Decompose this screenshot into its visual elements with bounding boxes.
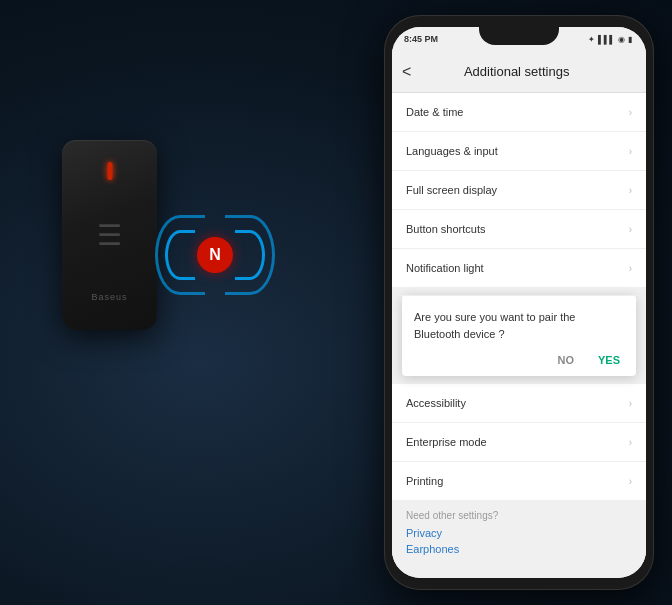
menu-item-accessibility-label: Accessibility (406, 397, 466, 409)
menu-item-notification-label: Notification light (406, 262, 484, 274)
menu-item-shortcuts[interactable]: Button shortcuts › (392, 210, 646, 249)
back-button[interactable]: < (402, 63, 411, 81)
chevron-shortcuts: › (629, 224, 632, 235)
phone-screen: 8:45 PM ✦ ▌▌▌ ◉ ▮ < Additional settings … (392, 27, 646, 578)
settings-title: Additional settings (419, 64, 614, 79)
footer-heading: Need other settings? (406, 510, 632, 521)
footer-privacy-link[interactable]: Privacy (406, 527, 632, 539)
status-time: 8:45 PM (404, 34, 438, 44)
chevron-fullscreen: › (629, 185, 632, 196)
menu-item-printing[interactable]: Printing › (392, 462, 646, 500)
nfc-device: ☰ Baseus (62, 140, 157, 330)
chevron-notification: › (629, 263, 632, 274)
status-icons: ✦ ▌▌▌ ◉ ▮ (588, 35, 632, 44)
menu-item-date[interactable]: Date & time › (392, 93, 646, 132)
device-led (107, 162, 112, 180)
dialog-message: Are you sure you want to pair the Blueto… (414, 309, 624, 342)
menu-item-date-label: Date & time (406, 106, 463, 118)
menu-list-bottom: Accessibility › Enterprise mode › Printi… (392, 384, 646, 500)
menu-item-language[interactable]: Languages & input › (392, 132, 646, 171)
menu-item-printing-label: Printing (406, 475, 443, 487)
wave-left-inner (165, 230, 195, 280)
bluetooth-icon: ✦ (588, 35, 595, 44)
menu-item-fullscreen-label: Full screen display (406, 184, 497, 196)
chevron-enterprise: › (629, 437, 632, 448)
wave-right-outer (225, 215, 275, 295)
menu-item-notification[interactable]: Notification light › (392, 249, 646, 287)
battery-icon: ▮ (628, 35, 632, 44)
signal-icon: ▌▌▌ (598, 35, 615, 44)
chevron-accessibility: › (629, 398, 632, 409)
dialog-no-button[interactable]: NO (553, 352, 578, 368)
menu-item-fullscreen[interactable]: Full screen display › (392, 171, 646, 210)
device-logo: Baseus (91, 292, 127, 302)
settings-topbar: < Additional settings (392, 51, 646, 93)
dialog-yes-button[interactable]: YES (594, 352, 624, 368)
settings-screen: < Additional settings Date & time › Lang… (392, 51, 646, 578)
dialog-buttons: NO YES (414, 352, 624, 368)
nfc-waves: N (155, 195, 275, 315)
menu-item-language-label: Languages & input (406, 145, 498, 157)
menu-item-enterprise[interactable]: Enterprise mode › (392, 423, 646, 462)
device-nfc-symbol: ☰ (97, 219, 122, 252)
footer-earphones-link[interactable]: Earphones (406, 543, 632, 555)
wifi-icon: ◉ (618, 35, 625, 44)
phone: 8:45 PM ✦ ▌▌▌ ◉ ▮ < Additional settings … (384, 15, 654, 590)
chevron-printing: › (629, 476, 632, 487)
menu-item-enterprise-label: Enterprise mode (406, 436, 487, 448)
menu-item-accessibility[interactable]: Accessibility › (392, 384, 646, 423)
notch (479, 27, 559, 45)
menu-footer: Need other settings? Privacy Earphones (392, 500, 646, 563)
menu-list-top: Date & time › Languages & input › Full s… (392, 93, 646, 287)
chevron-language: › (629, 146, 632, 157)
dialog-box: Are you sure you want to pair the Blueto… (402, 295, 636, 376)
chevron-date: › (629, 107, 632, 118)
dialog-container: Are you sure you want to pair the Blueto… (392, 295, 646, 376)
menu-item-shortcuts-label: Button shortcuts (406, 223, 486, 235)
